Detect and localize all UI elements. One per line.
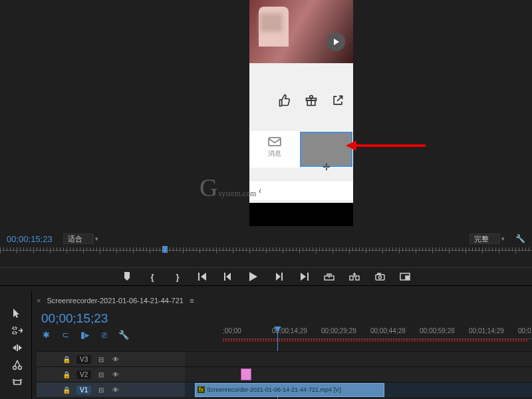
export-frame-icon[interactable] bbox=[374, 271, 385, 282]
crosshair-cursor-icon: ✛ bbox=[323, 162, 331, 172]
track-lane-v2[interactable] bbox=[185, 367, 532, 382]
gift-icon bbox=[304, 93, 319, 108]
panel-menu-icon[interactable]: ≡ bbox=[190, 297, 194, 305]
sequence-tab[interactable]: × Screenrecorder-2021-01-06-14-21-44-721… bbox=[37, 297, 194, 305]
svg-point-18 bbox=[13, 366, 17, 370]
track-target[interactable]: V3 bbox=[76, 355, 91, 364]
go-to-in-icon[interactable] bbox=[198, 271, 208, 282]
slip-tool-icon[interactable] bbox=[4, 374, 31, 391]
svg-point-11 bbox=[378, 276, 381, 279]
lock-icon[interactable]: 🔒 bbox=[62, 386, 71, 394]
tab-messages: 消息 bbox=[249, 131, 299, 168]
track-v2: 🔒 V2 ⊟ 👁 bbox=[37, 366, 532, 382]
share-icon bbox=[331, 93, 345, 108]
sync-lock-icon[interactable]: ⊟ bbox=[96, 386, 106, 394]
svg-rect-4 bbox=[224, 273, 225, 281]
add-marker-icon[interactable]: ▮▸ bbox=[80, 330, 90, 340]
marker-add-icon[interactable] bbox=[122, 271, 132, 282]
svg-rect-3 bbox=[198, 273, 200, 281]
lock-icon[interactable]: 🔒 bbox=[62, 371, 71, 378]
svg-rect-12 bbox=[378, 273, 380, 275]
program-ruler[interactable] bbox=[0, 247, 532, 261]
chevron-left-icon: ‹ bbox=[259, 186, 261, 196]
step-back-icon[interactable] bbox=[223, 271, 233, 282]
play-icon[interactable] bbox=[248, 271, 259, 282]
toggle-output-icon[interactable]: 👁 bbox=[111, 386, 120, 394]
masked-region-selected[interactable]: ✛ bbox=[301, 133, 351, 166]
svg-rect-2 bbox=[269, 138, 281, 146]
linked-selection-icon[interactable]: ⊂ bbox=[61, 330, 70, 340]
sync-lock-icon[interactable]: ⊟ bbox=[96, 356, 106, 363]
clip-effect[interactable] bbox=[241, 369, 251, 380]
thumb-up-icon bbox=[277, 93, 292, 108]
track-lane-v3[interactable] bbox=[185, 352, 532, 366]
preview-app-ui: 消息 ✛ ‹ bbox=[249, 63, 353, 203]
svg-rect-15 bbox=[13, 327, 17, 329]
track-v3: 🔒 V3 ⊟ 👁 bbox=[37, 351, 532, 366]
sync-lock-icon[interactable]: ⊟ bbox=[96, 371, 106, 378]
annotation-arrow bbox=[346, 141, 426, 150]
selection-tool-icon[interactable] bbox=[4, 305, 31, 322]
in-point-icon[interactable]: { bbox=[147, 271, 158, 282]
svg-rect-6 bbox=[307, 273, 309, 281]
ripple-edit-tool-icon[interactable] bbox=[4, 339, 31, 356]
close-tab-icon[interactable]: × bbox=[37, 297, 41, 305]
razor-tool-icon[interactable] bbox=[4, 356, 31, 374]
transport-controls: { } bbox=[0, 267, 532, 286]
program-monitor: 消息 ✛ ‹ bbox=[249, 0, 353, 226]
svg-rect-20 bbox=[14, 380, 21, 384]
svg-rect-8 bbox=[350, 276, 353, 280]
svg-rect-9 bbox=[356, 276, 359, 280]
preview-video-frame bbox=[249, 0, 353, 63]
resolution-dropdown[interactable]: 完整 bbox=[469, 233, 500, 244]
track-lane-v1[interactable]: fxScreenrecorder-2021-01-06-14-21-44-721… bbox=[185, 382, 532, 397]
svg-rect-17 bbox=[17, 344, 18, 351]
panel-divider[interactable] bbox=[31, 291, 32, 399]
face-blur bbox=[260, 13, 283, 32]
svg-rect-10 bbox=[376, 275, 384, 280]
fx-badge[interactable]: fx bbox=[198, 386, 205, 393]
timeline-wrench-icon[interactable]: 🔧 bbox=[118, 330, 128, 340]
snap-icon[interactable]: ✱ bbox=[41, 330, 51, 340]
program-timecode[interactable]: 00;00;15;23 bbox=[7, 234, 53, 244]
toggle-output-icon[interactable]: 👁 bbox=[111, 371, 120, 378]
watermark: Gsystem.com bbox=[200, 173, 256, 202]
out-point-icon[interactable]: } bbox=[172, 271, 183, 282]
timeline-tracks: 🔒 V3 ⊟ 👁 🔒 V2 ⊟ 👁 🔒 V1 ⊟ 👁 fxScreenreco bbox=[37, 351, 532, 399]
track-v1: 🔒 V1 ⊟ 👁 fxScreenrecorder-2021-01-06-14-… bbox=[37, 382, 532, 397]
go-to-out-icon[interactable] bbox=[299, 271, 309, 282]
lock-icon[interactable]: 🔒 bbox=[62, 356, 71, 363]
svg-rect-14 bbox=[406, 276, 409, 279]
back-row: ‹ bbox=[249, 182, 353, 200]
settings-wrench-icon[interactable]: 🔧 bbox=[515, 234, 525, 243]
zoom-fit-dropdown[interactable]: 适合 bbox=[63, 233, 94, 244]
svg-point-19 bbox=[19, 366, 22, 370]
extract-icon[interactable] bbox=[349, 271, 360, 282]
video-clip[interactable]: fxScreenrecorder-2021-01-06-14-21-44-721… bbox=[195, 383, 384, 397]
work-area-bar[interactable] bbox=[223, 339, 529, 342]
step-forward-icon[interactable] bbox=[273, 271, 284, 282]
program-controls-bar: 00;00;15;23 适合▾ 完整▾ 🔧 bbox=[0, 231, 532, 246]
timeline-display-settings-icon[interactable]: ⎚ bbox=[99, 330, 109, 340]
track-target[interactable]: V1 bbox=[76, 386, 91, 394]
track-target[interactable]: V2 bbox=[76, 370, 91, 379]
toggle-output-icon[interactable]: 👁 bbox=[111, 356, 120, 363]
lift-icon[interactable] bbox=[324, 271, 334, 282]
svg-rect-5 bbox=[281, 273, 283, 281]
svg-rect-16 bbox=[13, 332, 17, 334]
track-select-tool-icon[interactable] bbox=[4, 322, 31, 339]
tools-panel bbox=[4, 305, 31, 399]
timeline-timecode[interactable]: 00;00;15;23 bbox=[41, 311, 108, 326]
comparison-view-icon[interactable] bbox=[400, 271, 410, 282]
play-circle-icon bbox=[327, 33, 345, 51]
timeline-panel-header: × Screenrecorder-2021-01-06-14-21-44-721… bbox=[37, 291, 532, 355]
